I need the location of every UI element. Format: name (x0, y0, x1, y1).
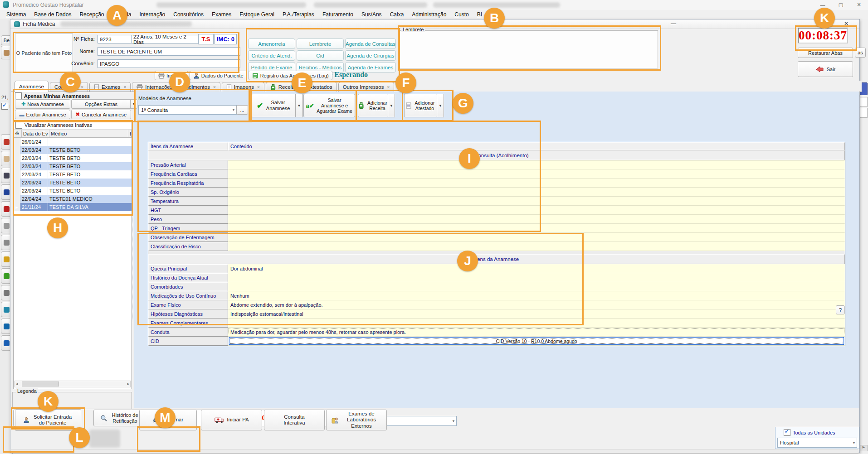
add-recipe-button[interactable]: Adicionar Receita (358, 94, 389, 117)
tab-exames[interactable]: Exames× (89, 82, 131, 92)
grid-row-content[interactable] (228, 215, 845, 224)
history-column-header[interactable]: Data do Ev (22, 130, 49, 137)
record-toolbar-button[interactable]: Imprimir (155, 71, 188, 80)
certificate-dropdown-arrow[interactable]: ▼ (437, 94, 444, 117)
history-row[interactable]: 22/03/24TESTE BETO (14, 146, 132, 154)
reminder-box[interactable] (399, 30, 658, 68)
window-minimize-button[interactable]: — (671, 20, 676, 27)
grid-row-content[interactable] (228, 319, 845, 328)
tab-close-icon[interactable]: × (387, 85, 390, 90)
help-button[interactable]: ? (836, 305, 845, 314)
grid-row-content[interactable]: Indisposição estomacal/intestinal (228, 309, 845, 319)
save-anamnese-button[interactable]: ✔ Salvar Anamnese (251, 94, 296, 117)
grid-row-label[interactable]: Conduta (148, 328, 228, 337)
scroll-right-icon[interactable]: ► (127, 382, 130, 386)
tab-receitas[interactable]: Receitas (266, 82, 303, 92)
menu-item-bi[interactable]: BI (473, 10, 486, 19)
grid-row-content[interactable]: Medicação para dor, aguardar pelo menos … (228, 328, 845, 337)
tab-outrosimpressos[interactable]: Outros Impressos× (338, 82, 395, 92)
tab-atestados[interactable]: Atestados (304, 82, 336, 92)
tab-close-icon[interactable]: × (124, 85, 127, 90)
app-maximize-button[interactable]: ▢ (832, 0, 850, 10)
chevron-down-icon[interactable]: ▼ (130, 100, 137, 108)
recipe-dropdown-arrow[interactable]: ▼ (388, 94, 395, 117)
restore-tabs-button[interactable]: Restaurar Abas (798, 48, 853, 58)
history-row[interactable]: 22/03/24TESTE BETO (14, 187, 132, 195)
models-combobox[interactable]: 1ª Consulta▼ (138, 105, 237, 115)
grid-row-label[interactable]: Classificação de Risco (148, 242, 228, 251)
tab-imagens[interactable]: Imagens× (222, 82, 264, 92)
history-row[interactable]: ▸21/11/24TESTE DA SILVA (14, 203, 132, 211)
blood-type-badge[interactable]: T.S (198, 34, 214, 44)
new-anamnese-button[interactable]: ✚ Nova Anamnese (15, 99, 70, 109)
grid-row-content[interactable]: Dor abdominal (228, 264, 845, 273)
footer-button-internar[interactable]: Internar (139, 410, 197, 430)
quick-button[interactable]: Cid (297, 50, 344, 61)
quick-button[interactable]: Agenda de Consultas (345, 39, 396, 49)
record-toolbar-button[interactable]: Registro das Anamneses (Log) (249, 71, 332, 80)
scroll-left-icon[interactable]: ◄ (15, 382, 19, 386)
grid-row-content[interactable] (228, 179, 845, 188)
menu-item-consultrios[interactable]: Consultórios (170, 10, 207, 19)
grid-row-content[interactable] (228, 197, 845, 206)
grid-row-content[interactable] (228, 169, 845, 179)
quick-button[interactable]: Lembrete (297, 39, 344, 49)
footer-button-consulta[interactable]: Consulta Interativa (264, 410, 325, 430)
grid-row-label[interactable]: Queixa Principal (148, 264, 228, 273)
grid-row-content[interactable] (228, 233, 845, 242)
record-toolbar-button[interactable]: Dados do Paciente (190, 71, 247, 80)
unit-combobox[interactable]: Hospital▼ (777, 438, 857, 448)
grid-row-content[interactable]: CID Versão 10 - R10.0 Abdome agudo (228, 337, 845, 346)
grid-row-content[interactable] (228, 206, 845, 215)
cid-input[interactable]: CID Versão 10 - R10.0 Abdome agudo (229, 337, 844, 345)
grid-row-label[interactable]: Hipóteses Diagnósticas (148, 309, 228, 319)
menu-item-recepo[interactable]: Recepção (76, 10, 107, 19)
rail-checkbox[interactable] (1, 103, 8, 110)
grid-row-label[interactable]: Exames Complementares (148, 319, 228, 328)
tab-close-icon[interactable]: × (257, 85, 260, 90)
tab-close-icon[interactable]: × (213, 85, 216, 90)
history-column-header[interactable]: ※ (14, 130, 22, 137)
menu-item-faturamento[interactable]: Faturamento (319, 10, 357, 19)
history-column-header[interactable]: Médico (49, 130, 128, 137)
menu-item-exames[interactable]: Exames (208, 10, 235, 19)
history-row[interactable]: 22/04/24TESTE01 MEDICO (14, 195, 132, 203)
menu-item-basededados[interactable]: Base de Dados (30, 10, 75, 19)
menu-item-paterapias[interactable]: P.A./Terapias (279, 10, 318, 19)
grid-row-label[interactable]: QP - Triagem (148, 224, 228, 233)
delete-anamnese-button[interactable]: ▬ Excluir Anamnese (15, 110, 70, 119)
history-row[interactable]: 22/03/24TESTE BETO (14, 179, 132, 187)
grid-row-label[interactable]: Frequência Cardíaca (148, 169, 228, 179)
history-row[interactable]: 22/03/24TESTE BETO (14, 154, 132, 162)
exit-button[interactable]: Sair (798, 61, 853, 77)
window-close-button[interactable]: ✕ (844, 20, 848, 27)
tab-close-icon[interactable]: × (81, 85, 83, 90)
insurance-field[interactable]: IPASGO (98, 59, 240, 68)
grid-row-content[interactable] (228, 224, 845, 233)
grid-row-content[interactable] (228, 188, 845, 197)
grid-row-label[interactable]: Frequência Respiratória (148, 179, 228, 188)
menu-item-administrao[interactable]: Administração (408, 10, 450, 19)
splitter[interactable] (132, 123, 135, 322)
only-mine-checkbox[interactable] (15, 92, 22, 99)
grid-row-label[interactable]: Comorbidades (148, 282, 228, 291)
save-dropdown-arrow[interactable]: ▼ (295, 94, 303, 117)
record-number-field[interactable]: 9223 (98, 35, 134, 43)
grid-row-label[interactable]: Histórico da Doença Atual (148, 273, 228, 282)
footer-button-iniciar[interactable]: Iniciar PA (201, 410, 262, 430)
tab-consultas[interactable]: Consultas× (50, 82, 88, 92)
imc-badge[interactable]: IMC: 0 (215, 34, 237, 44)
grid-row-label[interactable]: Pressão Arterial (148, 160, 228, 169)
all-units-checkbox[interactable] (784, 429, 790, 436)
history-hscrollbar[interactable]: ◄ ► (15, 381, 131, 387)
grid-row-label[interactable]: CID (148, 337, 228, 346)
menu-item-susans[interactable]: Sus/Ans (358, 10, 385, 19)
redacted-button[interactable] (89, 430, 120, 448)
cancel-anamnese-button[interactable]: ✖ Cancelar Anamnese (71, 110, 131, 119)
grid-row-label[interactable]: Sp. Oxigênio (148, 188, 228, 197)
history-row[interactable]: 22/03/24TESTE BETO (14, 170, 132, 179)
quick-button[interactable]: Agenda de Cirurgias (345, 50, 396, 61)
quick-button[interactable]: Amenorreia (248, 39, 295, 49)
grid-row-content[interactable] (228, 242, 845, 251)
name-field[interactable]: TESTE DE PACIENTE UM (98, 47, 240, 56)
